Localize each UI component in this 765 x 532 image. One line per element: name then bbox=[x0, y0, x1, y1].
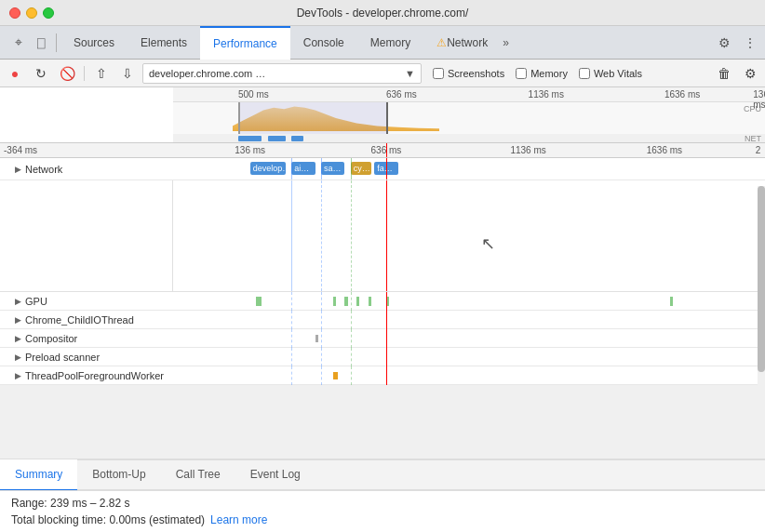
selection-overlay bbox=[238, 102, 386, 134]
preload-expand-icon[interactable]: ▶ bbox=[15, 352, 21, 362]
tab-bar-right: ⚙ ⋮ bbox=[713, 32, 761, 54]
minimize-button[interactable] bbox=[26, 7, 37, 19]
gpu-label[interactable]: ▶ GPU bbox=[0, 296, 173, 307]
comp-vline-3 bbox=[351, 329, 352, 348]
overview-ruler: 500 ms 636 ms 1136 ms 1636 ms 136 ms bbox=[173, 87, 765, 102]
checkbox-group: Screenshots Memory Web Vitals bbox=[433, 68, 642, 79]
close-button[interactable] bbox=[9, 7, 20, 19]
web-vitals-checkbox[interactable]: Web Vitals bbox=[579, 68, 642, 79]
selection-left-handle[interactable] bbox=[238, 102, 240, 134]
tp-vline-2 bbox=[321, 366, 322, 385]
compositor-expand-icon[interactable]: ▶ bbox=[15, 334, 21, 343]
cursor-indicator: ↖ bbox=[481, 233, 496, 252]
url-bar[interactable]: developer.chrome.com … ▼ bbox=[142, 63, 422, 84]
net-item-2: ai… bbox=[291, 162, 315, 175]
preload-label[interactable]: ▶ Preload scanner bbox=[0, 352, 173, 363]
device-icon[interactable]: ⎕ bbox=[32, 33, 50, 52]
compositor-row: ▶ Compositor bbox=[0, 329, 765, 348]
gpu-bar-7 bbox=[670, 297, 673, 306]
pre-vline-1 bbox=[291, 348, 292, 366]
settings-icon[interactable]: ⚙ bbox=[713, 32, 735, 54]
network-row-label[interactable]: ▶ Network bbox=[0, 164, 173, 175]
reload-button[interactable]: ↻ bbox=[30, 62, 52, 85]
red-marker-line bbox=[386, 143, 388, 157]
tab-call-tree[interactable]: Call Tree bbox=[161, 459, 235, 491]
upload-button[interactable]: ⇧ bbox=[90, 62, 113, 85]
toolbar-settings-icon[interactable]: ⚙ bbox=[739, 62, 761, 85]
more-menu-icon[interactable]: ⋮ bbox=[739, 32, 761, 54]
inspect-icon[interactable]: ⌖ bbox=[9, 33, 28, 52]
threadpool-expand-icon[interactable]: ▶ bbox=[15, 371, 21, 380]
child-io-content bbox=[173, 311, 765, 329]
pre-red-line bbox=[386, 348, 388, 366]
tab-sources[interactable]: Sources bbox=[60, 26, 128, 60]
threadpool-row: ▶ ThreadPoolForegroundWorker bbox=[0, 366, 765, 385]
scrollbar-track bbox=[758, 186, 765, 411]
gpu-expand-icon[interactable]: ▶ bbox=[15, 297, 21, 306]
vline-1 bbox=[291, 158, 292, 180]
title-bar: DevTools - developer.chrome.com/ bbox=[0, 0, 765, 26]
time-tick-1: 136 ms bbox=[235, 145, 265, 155]
compositor-label[interactable]: ▶ Compositor bbox=[0, 333, 173, 344]
maximize-button[interactable] bbox=[43, 7, 54, 19]
tab-performance[interactable]: Performance bbox=[200, 26, 290, 60]
cio-vline-3 bbox=[351, 311, 352, 329]
tab-memory[interactable]: Memory bbox=[357, 26, 423, 60]
network-expand-icon[interactable]: ▶ bbox=[15, 165, 21, 174]
status-range: Range: 239 ms – 2.82 s bbox=[11, 497, 754, 510]
time-tick-3: 1136 ms bbox=[510, 145, 545, 155]
window-title: DevTools - developer.chrome.com/ bbox=[297, 7, 469, 20]
comp-red-line bbox=[386, 329, 388, 348]
tab-bottom-up[interactable]: Bottom-Up bbox=[77, 459, 160, 491]
gpu-content bbox=[173, 292, 765, 311]
gpu-bar-1 bbox=[256, 297, 262, 306]
vline-3 bbox=[351, 158, 352, 180]
tab-overflow[interactable]: » bbox=[503, 36, 509, 49]
vline-2 bbox=[321, 158, 322, 180]
net-bar-1 bbox=[238, 136, 262, 141]
tab-summary[interactable]: Summary bbox=[0, 459, 77, 491]
record-button[interactable]: ● bbox=[4, 62, 26, 85]
memory-checkbox[interactable]: Memory bbox=[516, 68, 568, 79]
clear-button[interactable]: 🚫 bbox=[56, 62, 78, 85]
preload-content bbox=[173, 348, 765, 366]
url-dropdown-icon[interactable]: ▼ bbox=[405, 68, 415, 79]
tab-network[interactable]: ⚠ Network bbox=[423, 26, 501, 60]
cio-red-line bbox=[386, 311, 388, 329]
threadpool-label[interactable]: ▶ ThreadPoolForegroundWorker bbox=[0, 370, 173, 381]
net-item-1: develop… bbox=[250, 162, 286, 175]
child-io-expand-icon[interactable]: ▶ bbox=[15, 315, 21, 325]
compositor-content bbox=[173, 329, 765, 348]
scrollbar-thumb[interactable] bbox=[758, 186, 765, 372]
separator-1 bbox=[84, 66, 85, 81]
preload-row: ▶ Preload scanner bbox=[0, 348, 765, 366]
main-content: -364 ms 136 ms 636 ms 1136 ms 1636 ms 2 … bbox=[0, 143, 765, 532]
network-timeline-row: ▶ Network develop… ai… sa… cy… fa… bbox=[0, 158, 765, 180]
gpu-bar-3 bbox=[344, 297, 347, 306]
tab-event-log[interactable]: Event Log bbox=[235, 459, 315, 491]
tab-bar: ⌖ ⎕ Sources Elements Performance Console… bbox=[0, 26, 765, 60]
tab-console[interactable]: Console bbox=[290, 26, 357, 60]
tab-bar-icons: ⌖ ⎕ bbox=[4, 33, 57, 52]
screenshots-checkbox[interactable]: Screenshots bbox=[433, 68, 504, 79]
gpu-bar-5 bbox=[369, 297, 371, 306]
scroll-area[interactable]: ▶ Network develop… ai… sa… cy… fa… bbox=[0, 158, 765, 459]
delete-button[interactable]: 🗑 bbox=[713, 62, 735, 85]
dashed-vline-3 bbox=[351, 180, 352, 291]
download-button[interactable]: ⇩ bbox=[116, 62, 139, 85]
threadpool-content bbox=[173, 366, 765, 385]
child-io-label[interactable]: ▶ Chrome_ChildIOThread bbox=[0, 314, 173, 326]
pre-vline-2 bbox=[321, 348, 322, 366]
overview-tick-4: 1636 ms bbox=[664, 89, 700, 100]
bottom-tabs: Summary Bottom-Up Call Tree Event Log bbox=[0, 459, 765, 490]
traffic-lights bbox=[9, 7, 54, 19]
net-bar-3 bbox=[291, 136, 303, 141]
tp-vline-1 bbox=[291, 366, 292, 385]
time-tick-4: 1636 ms bbox=[647, 145, 682, 155]
cpu-overview: CPU bbox=[173, 102, 765, 134]
learn-more-link[interactable]: Learn more bbox=[210, 513, 267, 526]
overview-tick-2: 636 ms bbox=[386, 89, 417, 100]
selection-right-handle[interactable] bbox=[386, 102, 388, 134]
tab-elements[interactable]: Elements bbox=[128, 26, 200, 60]
overview-area[interactable]: 500 ms 636 ms 1136 ms 1636 ms 136 ms CPU… bbox=[0, 87, 765, 143]
